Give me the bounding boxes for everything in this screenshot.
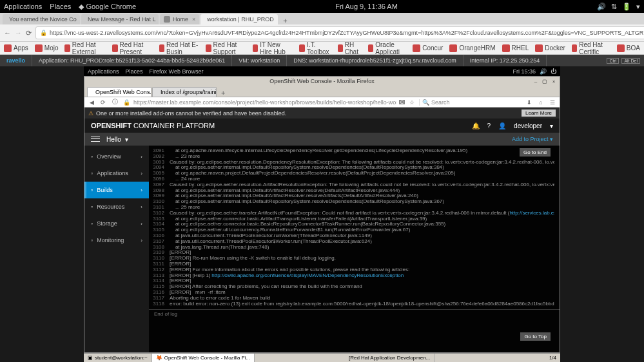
bookmark-item[interactable]: Red Hat Support — [206, 41, 246, 55]
chrome-toolbar: ← → ⟳ 🔒 https://vnc-us-west-2.ravellosys… — [0, 24, 644, 42]
log-text: [ERROR] [Help 1] http://cwiki.apache.org… — [170, 273, 554, 279]
ff-url-bar[interactable]: https://master.lab.example.com/console/p… — [133, 99, 396, 106]
nav-label: Builds — [97, 187, 113, 193]
sidebar-item-monitoring[interactable]: ▫Monitoring› — [84, 232, 149, 249]
bookmark-item[interactable]: RHEL — [502, 44, 529, 52]
chrome-tab[interactable]: You earned the Novice Co× — [3, 14, 80, 24]
add-to-project[interactable]: Add to Project ▾ — [512, 136, 553, 142]
bookmark-item[interactable]: RH Chat — [338, 41, 362, 55]
gnome-places[interactable]: Places — [50, 3, 71, 11]
nav-label: Resources — [97, 204, 124, 210]
openshift-body: ▫Overview›▫Applications›▫Builds›▫Resourc… — [84, 146, 560, 352]
address-bar[interactable]: 🔒 https://vnc-us-west-2.ravellosystems.c… — [35, 26, 644, 39]
chrome-tab[interactable]: New Message - Red Hat L× — [81, 14, 159, 24]
sidebar-item-applications[interactable]: ▫Applications› — [84, 165, 149, 182]
log-line: 3110[ERROR] Re-run Maven using the -X sw… — [151, 256, 554, 262]
sidebar-item-storage[interactable]: ▫Storage› — [84, 215, 149, 232]
firefox-tab[interactable]: Index of /groups/traini...× — [152, 87, 217, 97]
reload-button[interactable]: ⟳ — [26, 27, 32, 39]
project-name[interactable]: Hello — [106, 136, 121, 143]
inner-active-app[interactable]: Firefox Web Browser — [150, 68, 204, 75]
bookmark-item[interactable]: I.T. Toolbox — [299, 41, 331, 55]
maximize-button[interactable]: ▢ — [542, 78, 548, 84]
log-link[interactable]: http://services.lab.example.com:8081/nex… — [509, 211, 554, 216]
ff-menu-icon[interactable]: ☰ — [548, 98, 557, 107]
ff-downloads-icon[interactable]: ⬇ — [525, 98, 534, 107]
help-icon[interactable]: ? — [487, 122, 491, 129]
ff-bookmark-icon[interactable]: ☆ — [407, 98, 416, 107]
inner-apps[interactable]: Applications — [88, 68, 119, 75]
ff-reload-button[interactable]: ⟳ — [99, 98, 108, 107]
ravello-ctrl-icon[interactable]: Ctrl — [607, 58, 619, 64]
username[interactable]: developer — [514, 122, 542, 129]
bookmark-icon — [535, 44, 543, 52]
log-text: at java.lang.Thread.run(Thread.java:748) — [170, 245, 554, 251]
minimize-button[interactable]: – — [532, 78, 539, 84]
ff-info-icon[interactable]: ⓘ — [110, 98, 119, 107]
bookmarks-bar: AppsMojoRed Hat ExternalRed Hat PresentR… — [0, 42, 644, 55]
close-button[interactable]: × — [551, 78, 557, 84]
ff-back-button[interactable]: ◀ — [87, 98, 96, 107]
firefox-tab[interactable]: OpenShift Web Cons...× — [87, 87, 151, 97]
log-line: 3092 ... 23 more — [151, 154, 554, 160]
bookmark-label: OrangeHRM — [459, 44, 495, 52]
gnome-clock: Fri Aug 9, 11:36 AM — [136, 3, 597, 10]
log-link[interactable]: http://cwiki.apache.org/confluence/displ… — [211, 273, 405, 278]
inner-places[interactable]: Places — [126, 68, 143, 75]
bookmark-item[interactable]: Docker — [535, 44, 565, 52]
learn-more-button[interactable]: Learn More — [522, 110, 556, 117]
ff-home-icon[interactable]: ⌂ — [536, 98, 545, 107]
close-tab-icon[interactable]: × — [192, 16, 195, 23]
user-icon[interactable]: 👤 — [498, 122, 506, 129]
battery-icon[interactable]: 🔋 — [622, 3, 631, 11]
user-menu-icon[interactable]: ▾ — [636, 3, 640, 11]
bookmark-item[interactable]: Oracle Applicati — [368, 41, 406, 55]
bookmark-item[interactable]: IT New Hire Hub — [253, 41, 293, 55]
bookmark-item[interactable]: Red Hat External — [64, 41, 106, 55]
ravello-alt-icon[interactable]: Alt Del — [621, 58, 640, 64]
sidebar-item-overview[interactable]: ▫Overview› — [84, 148, 149, 165]
sidebar-toggle[interactable] — [91, 135, 100, 144]
sidebar-item-resources[interactable]: ▫Resources› — [84, 198, 149, 215]
chrome-tab[interactable]: Home× — [160, 14, 199, 24]
user-dropdown-icon[interactable]: ▾ — [550, 122, 553, 129]
nav-label: Storage — [97, 220, 117, 227]
inner-volume-icon[interactable]: 🔊 — [540, 68, 547, 75]
volume-icon[interactable]: 🔊 — [597, 3, 606, 11]
go-to-top-button[interactable]: Go to Top — [520, 332, 551, 341]
bookmark-item[interactable]: Mojo — [35, 44, 59, 52]
log-text: at org.eclipse.aether.internal.impl.Defa… — [170, 199, 554, 205]
tab-label: Home — [173, 16, 188, 23]
go-to-end-button[interactable]: Go to End — [520, 148, 551, 157]
back-button[interactable]: ← — [4, 27, 11, 39]
gnome-active-app[interactable]: ◆ Google Chrome — [79, 3, 136, 11]
openshift-header: OPENSHIFT CONTAINER PLATFORM 🔔 ? 👤 devel… — [84, 119, 560, 133]
taskbar-pdf[interactable]: [Red Hat Application Developmen... — [345, 354, 434, 362]
bookmark-item[interactable]: Red Hat Present — [112, 41, 152, 55]
bookmark-item[interactable]: Red Hat Certific — [572, 41, 610, 55]
bookmark-item[interactable]: OrangeHRM — [449, 44, 495, 52]
ff-new-tab-button[interactable]: + — [217, 89, 229, 97]
inner-power-icon[interactable]: ⏻ — [551, 68, 556, 75]
log-output[interactable]: 3091 at org.apache.maven.lifecycle.inter… — [149, 146, 560, 309]
taskbar-terminal[interactable]: ▣student@workstation:~ — [84, 354, 152, 362]
log-text: at org.eclipse.aether.internal.impl.Defa… — [170, 165, 554, 171]
bell-icon[interactable]: 🔔 — [472, 122, 480, 129]
log-text: Caused by: org.eclipse.aether.resolution… — [170, 182, 554, 188]
project-dropdown-icon[interactable]: ▾ — [125, 136, 128, 143]
gnome-applications[interactable]: Applications — [4, 3, 42, 11]
chrome-tab[interactable]: workstation | RHU_PROD× — [200, 14, 278, 24]
close-tab-icon[interactable]: × — [278, 16, 278, 23]
sidebar-item-builds[interactable]: ▫Builds› — [84, 182, 149, 198]
taskbar-firefox[interactable]: 🦊OpenShift Web Console - Mozilla Fi... — [152, 354, 255, 362]
ravello-vm: VM: workstation — [232, 55, 287, 66]
forward-button[interactable]: → — [15, 27, 22, 39]
bookmark-item[interactable]: Red Hat E-Busin — [159, 41, 200, 55]
bookmark-item[interactable]: Apps — [4, 44, 28, 52]
new-tab-button[interactable]: + — [279, 17, 291, 24]
ravello-app: Application: RHU_PROD:role:b5251f13-5a02… — [32, 55, 232, 66]
ff-search-box[interactable]: 🔍 Search — [419, 99, 522, 106]
bookmark-item[interactable]: BOA — [617, 44, 640, 52]
network-icon[interactable]: ⇅ — [611, 3, 617, 11]
bookmark-item[interactable]: Concur — [413, 44, 443, 52]
